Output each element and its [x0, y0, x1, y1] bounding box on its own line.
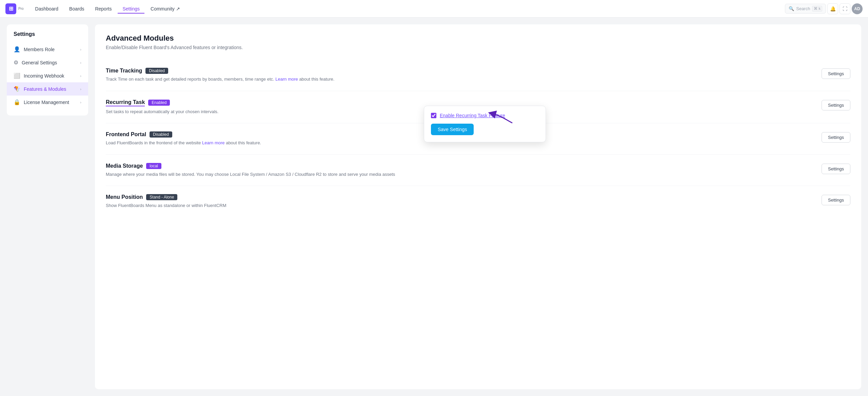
time-tracking-badge: Disabled	[145, 68, 168, 74]
recurring-task-popup: Enable Recurring Task Feature Save Setti…	[424, 106, 546, 142]
sidebar-item-license-management[interactable]: 🔒 License Management ›	[7, 96, 88, 109]
time-tracking-title: Time Tracking	[106, 68, 142, 74]
recurring-task-title: Recurring Task	[106, 99, 145, 106]
frontend-portal-settings-btn[interactable]: Settings	[822, 132, 850, 143]
recurring-task-settings-btn[interactable]: Settings	[822, 100, 850, 110]
logo-area[interactable]: ⊞ Pro	[5, 3, 24, 14]
sidebar-item-general-settings[interactable]: ⚙ General Settings ›	[7, 56, 88, 69]
module-media-storage: Media Storage local Manage where your me…	[106, 155, 850, 186]
notifications-btn[interactable]: 🔔	[827, 3, 838, 14]
license-icon: 🔒	[14, 99, 20, 105]
recurring-task-badge: Enabled	[148, 100, 170, 106]
main-content: Advanced Modules Enable/Disable Fluent B…	[95, 24, 861, 389]
menu-position-desc: Show FluentBoards Menu as standalone or …	[106, 202, 815, 209]
fullscreen-btn[interactable]: ⛶	[840, 3, 850, 14]
time-tracking-desc: Track Time on each task and get detailed…	[106, 76, 815, 83]
media-storage-settings-btn[interactable]: Settings	[822, 164, 850, 174]
save-settings-btn[interactable]: Save Settings	[431, 124, 474, 135]
bell-icon: 🔔	[830, 6, 836, 12]
nav-dashboard[interactable]: Dashboard	[31, 4, 63, 14]
chevron-right-icon: ›	[80, 61, 81, 65]
nav-reports[interactable]: Reports	[90, 4, 116, 14]
members-role-icon: 👤	[14, 46, 20, 53]
webhook-icon: ⬜	[14, 72, 20, 79]
top-navigation: ⊞ Pro Dashboard Boards Reports Settings …	[0, 0, 868, 18]
nav-settings[interactable]: Settings	[118, 4, 144, 14]
main-layout: Settings 👤 Members Role › ⚙ General Sett…	[0, 18, 868, 396]
general-settings-icon: ⚙	[14, 59, 18, 66]
enable-recurring-label[interactable]: Enable Recurring Task Feature	[440, 113, 505, 118]
media-storage-title: Media Storage	[106, 163, 143, 169]
nav-boards[interactable]: Boards	[64, 4, 89, 14]
search-box[interactable]: 🔍 Search ⌘ k	[785, 4, 826, 14]
page-subtitle: Enable/Disable Fluent Board's Advanced f…	[106, 45, 850, 50]
media-storage-badge: local	[146, 163, 161, 169]
pro-badge: Pro	[18, 7, 24, 11]
sidebar-item-members-role[interactable]: 👤 Members Role ›	[7, 43, 88, 56]
frontend-portal-title: Frontend Portal	[106, 131, 146, 138]
menu-position-badge: Stand - Alone	[146, 194, 177, 200]
module-time-tracking: Time Tracking Disabled Track Time on eac…	[106, 60, 850, 91]
frontend-portal-learn-more[interactable]: Learn more	[202, 140, 224, 145]
time-tracking-settings-btn[interactable]: Settings	[822, 68, 850, 79]
time-tracking-learn-more[interactable]: Learn more	[275, 77, 298, 82]
chevron-right-icon: ›	[80, 47, 81, 51]
sidebar-item-features-modules[interactable]: 🪁 Features & Modules ›	[7, 82, 88, 96]
sidebar-title: Settings	[7, 31, 88, 43]
nav-community[interactable]: Community ↗	[146, 4, 185, 14]
search-kbd: ⌘ k	[812, 6, 822, 12]
chevron-right-icon: ›	[80, 87, 81, 91]
sidebar: Settings 👤 Members Role › ⚙ General Sett…	[7, 24, 88, 116]
menu-position-title: Menu Position	[106, 194, 143, 200]
features-icon: 🪁	[14, 86, 20, 92]
chevron-right-icon: ›	[80, 74, 81, 78]
media-storage-desc: Manage where your media files will be st…	[106, 171, 815, 178]
user-avatar[interactable]: AD	[852, 3, 863, 14]
frontend-portal-badge: Disabled	[150, 131, 172, 138]
sidebar-item-incoming-webhook[interactable]: ⬜ Incoming Webhook ›	[7, 69, 88, 82]
logo-icon: ⊞	[5, 3, 16, 14]
page-title: Advanced Modules	[106, 34, 850, 43]
menu-position-settings-btn[interactable]: Settings	[822, 195, 850, 205]
search-icon: 🔍	[789, 6, 794, 11]
module-menu-position: Menu Position Stand - Alone Show FluentB…	[106, 186, 850, 217]
enable-recurring-checkbox[interactable]	[431, 113, 436, 118]
chevron-right-icon: ›	[80, 100, 81, 104]
fullscreen-icon: ⛶	[843, 6, 847, 12]
